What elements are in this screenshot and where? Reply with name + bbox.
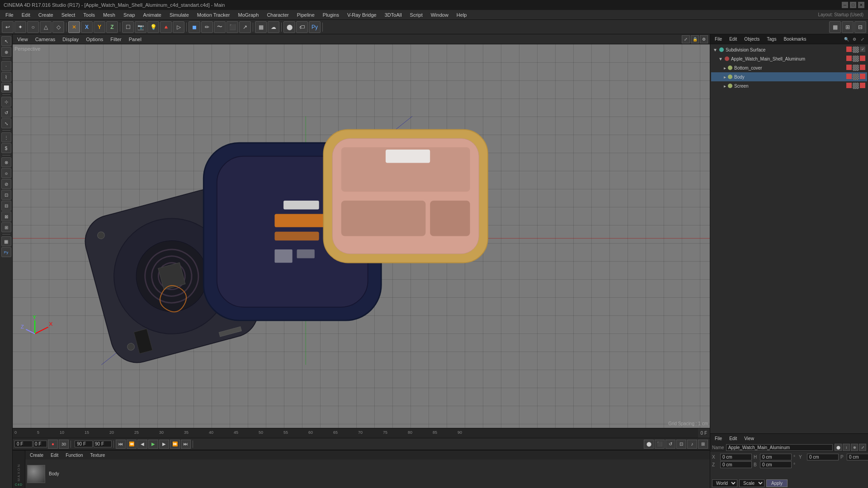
play-loop[interactable]: ↺: [665, 440, 675, 449]
obj-subdivision-surface[interactable]: ▼ Subdivision Surface ✓: [711, 45, 867, 54]
material-function[interactable]: Function: [63, 452, 85, 458]
menu-animate[interactable]: Animate: [140, 11, 165, 19]
apply-button[interactable]: Apply: [766, 479, 788, 487]
coord-p-input[interactable]: [847, 454, 868, 460]
toolbar-pen[interactable]: ✏: [201, 21, 213, 33]
menu-help[interactable]: Help: [453, 11, 471, 19]
toolbar-layout3[interactable]: ⊟: [854, 21, 866, 33]
toolbar-mode2[interactable]: ○: [27, 21, 39, 33]
viewport[interactable]: Perspective: [13, 44, 710, 428]
frame-input[interactable]: [33, 441, 47, 447]
tool-move[interactable]: ↖: [1, 36, 11, 46]
obj-expand-arrow1[interactable]: ▼: [713, 47, 717, 52]
toolbar-deformer[interactable]: ↗: [239, 21, 251, 33]
coord-z-input[interactable]: [720, 461, 752, 468]
play-audio[interactable]: ♪: [687, 440, 697, 449]
menu-script[interactable]: Script: [406, 11, 426, 19]
obj-screen[interactable]: ▸ Screen: [711, 81, 867, 90]
toolbar-xaxis[interactable]: X: [81, 21, 93, 33]
toolbar-material[interactable]: ⬤: [283, 21, 295, 33]
obj-lock1[interactable]: ✓: [860, 47, 865, 52]
coord-edit-btn[interactable]: Edit: [726, 436, 740, 441]
toolbar-spline[interactable]: 〜: [214, 21, 226, 33]
play-record[interactable]: ●: [48, 440, 58, 449]
toolbar-python[interactable]: Py: [309, 21, 321, 33]
vp-ctrl-settings[interactable]: ⚙: [700, 35, 708, 43]
scale-dropdown[interactable]: Scale: [739, 479, 764, 487]
obj-objects-btn[interactable]: Objects: [741, 36, 762, 42]
material-texture[interactable]: Texture: [88, 452, 108, 458]
tool-loop[interactable]: ⊟: [1, 201, 11, 211]
play-play[interactable]: ▶: [148, 440, 158, 449]
toolbar-light[interactable]: 💡: [147, 21, 159, 33]
play-record2[interactable]: ⬤: [644, 440, 654, 449]
restore-button[interactable]: □: [850, 2, 856, 8]
end-frame-input[interactable]: [94, 441, 112, 447]
menu-simulate[interactable]: Simulate: [166, 11, 193, 19]
minimize-button[interactable]: ─: [842, 2, 848, 8]
tool-paint[interactable]: ⊗: [1, 157, 11, 167]
coord-h-input[interactable]: [760, 454, 792, 460]
play-stop[interactable]: ⬛: [655, 440, 665, 449]
vp-menu-cameras[interactable]: Cameras: [33, 36, 58, 43]
play-next-frame[interactable]: ▶: [159, 440, 169, 449]
menu-vray[interactable]: V-Ray Bridge: [344, 11, 380, 19]
tool-snap[interactable]: ⋮: [1, 132, 11, 142]
toolbar-undo[interactable]: ↩: [2, 21, 14, 33]
tool-translate[interactable]: ⊹: [1, 97, 11, 107]
toolbar-sky[interactable]: ☁: [268, 21, 279, 33]
end-frame-display[interactable]: 90 F: [75, 441, 93, 447]
toolbar-mode4[interactable]: ◇: [52, 21, 64, 33]
menu-plugins[interactable]: Plugins: [319, 11, 343, 19]
toolbar-select[interactable]: ✕: [68, 21, 80, 33]
obj-name-icon4[interactable]: ⤢: [859, 444, 866, 451]
obj-settings-icon[interactable]: ⚙: [851, 36, 858, 43]
vp-ctrl-expand[interactable]: ⤢: [682, 35, 690, 43]
tool-points[interactable]: ·: [1, 61, 11, 71]
toolbar-render[interactable]: 🔺: [160, 21, 172, 33]
play-to-end[interactable]: ⏭: [181, 440, 191, 449]
menu-edit[interactable]: Edit: [18, 11, 34, 19]
toolbar-camera[interactable]: 📷: [135, 21, 146, 33]
menu-window[interactable]: Window: [427, 11, 452, 19]
coord-file-btn[interactable]: File: [712, 436, 725, 441]
toolbar-render2[interactable]: ▷: [173, 21, 184, 33]
menu-create[interactable]: Create: [35, 11, 57, 19]
toolbar-zaxis[interactable]: Z: [106, 21, 118, 33]
obj-bottom-cover[interactable]: ▸ Bottom_cover: [711, 63, 867, 72]
tool-edges[interactable]: ⌇: [1, 72, 11, 82]
toolbar-tag[interactable]: 🏷: [296, 21, 308, 33]
obj-name-icon2[interactable]: ↕: [843, 444, 850, 451]
obj-visibility-dot2[interactable]: [725, 56, 729, 61]
tool-material2[interactable]: ▦: [1, 236, 11, 246]
obj-search-icon[interactable]: 🔍: [843, 36, 850, 43]
close-button[interactable]: ✕: [858, 2, 864, 8]
vp-menu-display[interactable]: Display: [60, 36, 81, 43]
vp-menu-view[interactable]: View: [14, 36, 31, 43]
coord-y-input[interactable]: [807, 454, 839, 460]
obj-bookmarks-btn[interactable]: Bookmarks: [781, 36, 809, 42]
start-frame-display[interactable]: 0 F: [14, 441, 33, 447]
obj-expand-arrow2[interactable]: ▼: [718, 56, 723, 61]
tool-python2[interactable]: Py: [1, 247, 11, 257]
obj-name-icon1[interactable]: ⬤: [835, 444, 842, 451]
tool-knife[interactable]: ⊘: [1, 179, 11, 189]
obj-visibility-dot1[interactable]: [719, 47, 724, 52]
menu-tools[interactable]: Tools: [80, 11, 99, 19]
obj-apple-watch-main[interactable]: ▼ Apple_Watch_Main_Shell_Aluminum: [711, 54, 867, 63]
menu-snap[interactable]: Snap: [120, 11, 139, 19]
tool-polys[interactable]: ⬜: [1, 83, 11, 93]
menu-3dtoall[interactable]: 3DToAll: [381, 11, 406, 19]
toolbar-yaxis[interactable]: Y: [94, 21, 105, 33]
timeline-area[interactable]: 0 5 10 15 20 25 30 35 40 45 50 55 60 65 …: [13, 428, 710, 438]
tool-magnet[interactable]: $: [1, 143, 11, 153]
toolbar-extrude[interactable]: ⬛: [226, 21, 238, 33]
tool-edge2[interactable]: ⊡: [1, 190, 11, 200]
vp-ctrl-lock[interactable]: 🔒: [691, 35, 699, 43]
toolbar-mode3[interactable]: △: [40, 21, 52, 33]
timeline-ruler[interactable]: 0 5 10 15 20 25 30 35 40 45 50 55 60 65 …: [13, 428, 698, 438]
menu-motiontracker[interactable]: Motion Tracker: [193, 11, 234, 19]
material-create[interactable]: Create: [27, 452, 46, 458]
tool-rotate[interactable]: ↺: [1, 108, 11, 117]
toolbar-cube[interactable]: ◼: [189, 21, 200, 33]
